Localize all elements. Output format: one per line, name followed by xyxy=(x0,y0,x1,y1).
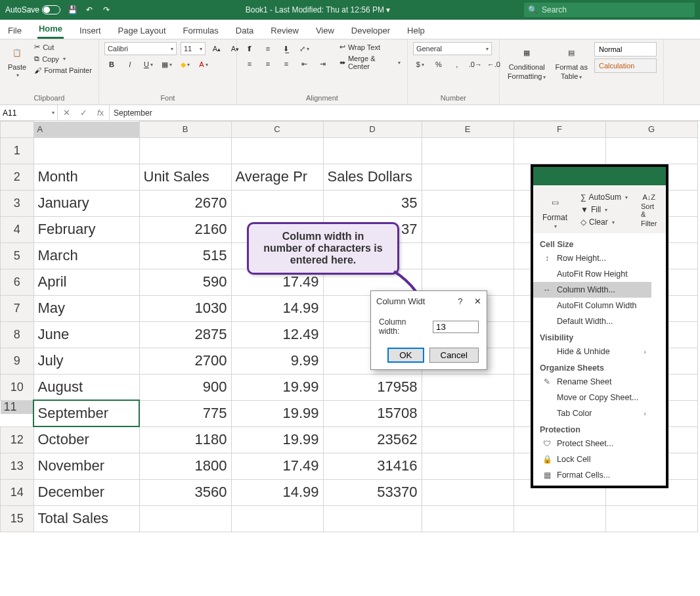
style-normal[interactable]: Normal xyxy=(594,42,657,57)
column-header[interactable]: F xyxy=(514,122,605,138)
italic-button[interactable]: I xyxy=(123,58,137,71)
cell[interactable] xyxy=(422,216,514,242)
cell[interactable]: 590 xyxy=(139,269,231,295)
cell[interactable]: 900 xyxy=(139,374,231,400)
menu-row-height[interactable]: ↕Row Height... xyxy=(533,250,651,266)
cell[interactable]: February xyxy=(33,216,139,242)
number-format-select[interactable]: General▾ xyxy=(413,42,492,55)
cell[interactable]: May xyxy=(33,295,139,321)
column-header[interactable]: C xyxy=(231,122,323,138)
column-header[interactable]: D xyxy=(323,122,422,138)
cancel-formula-icon[interactable]: ✕ xyxy=(58,108,75,118)
search-box[interactable]: 🔍 xyxy=(524,3,695,17)
cell[interactable]: 775 xyxy=(139,400,231,426)
cell[interactable]: Total Sales xyxy=(33,505,139,532)
cell[interactable]: 14.99 xyxy=(231,479,323,505)
align-top-icon[interactable]: ⬆̄ xyxy=(242,42,257,55)
menu-column-width[interactable]: ↔Column Width... xyxy=(533,282,651,298)
cell[interactable] xyxy=(323,137,422,164)
sort-filter-button[interactable]: A↓Z Sort & Filter xyxy=(638,192,659,229)
select-all-corner[interactable] xyxy=(1,122,34,138)
cell[interactable]: 1800 xyxy=(139,453,231,479)
column-header[interactable]: E xyxy=(422,122,514,138)
bold-button[interactable]: B xyxy=(104,58,119,71)
align-bottom-icon[interactable]: ⬇̲ xyxy=(279,42,294,55)
cell[interactable] xyxy=(605,137,697,164)
menu-tab-color[interactable]: Tab Color› xyxy=(533,405,651,421)
cell[interactable]: 2160 xyxy=(139,216,231,242)
cell[interactable]: 19.99 xyxy=(231,426,323,453)
tab-page-layout[interactable]: Page Layout xyxy=(117,22,167,39)
cell[interactable]: 2670 xyxy=(139,190,231,216)
cell[interactable]: 15708 xyxy=(323,400,422,426)
row-header[interactable]: 8 xyxy=(1,321,34,348)
tab-file[interactable]: File xyxy=(7,22,23,39)
tab-view[interactable]: View xyxy=(315,22,336,39)
conditional-formatting-button[interactable]: ▦ Conditional Formatting▾ xyxy=(505,42,549,81)
menu-hide-unhide[interactable]: Hide & Unhide› xyxy=(533,344,651,359)
increase-indent-icon[interactable]: ⇥ xyxy=(316,57,330,70)
column-header[interactable]: A xyxy=(34,122,139,137)
menu-autofit-column[interactable]: AutoFit Column Width xyxy=(533,298,651,313)
cell[interactable] xyxy=(605,505,697,532)
cell[interactable]: 3560 xyxy=(139,479,231,505)
cell[interactable]: July xyxy=(33,348,139,374)
format-button[interactable]: ▭ Format ▾ xyxy=(540,192,570,231)
borders-button[interactable]: ▦▾ xyxy=(160,58,174,71)
autosum-button[interactable]: ∑AutoSum▾ xyxy=(579,192,629,202)
cell[interactable] xyxy=(422,400,514,426)
cell[interactable]: 1180 xyxy=(139,426,231,453)
font-size-select[interactable]: 11▾ xyxy=(181,42,206,55)
save-icon[interactable]: 💾 xyxy=(67,5,77,15)
increase-decimal-icon[interactable]: .0→ xyxy=(468,58,483,71)
align-right-icon[interactable]: ≡ xyxy=(279,57,294,70)
cell[interactable] xyxy=(231,137,323,164)
cell[interactable]: December xyxy=(33,479,139,505)
cell[interactable]: October xyxy=(33,426,139,453)
enter-formula-icon[interactable]: ✓ xyxy=(75,108,92,118)
cell[interactable]: 17.49 xyxy=(231,453,323,479)
cell[interactable]: 1030 xyxy=(139,295,231,321)
row-header[interactable]: 11 xyxy=(1,401,33,414)
cell[interactable]: August xyxy=(33,374,139,400)
merge-center-button[interactable]: ⬌Merge & Center▾ xyxy=(338,54,402,71)
copy-button[interactable]: ⧉Copy▾ xyxy=(33,54,93,64)
cell[interactable] xyxy=(422,374,514,400)
clear-button[interactable]: ◇Clear▾ xyxy=(579,217,629,227)
name-box[interactable]: ▾ xyxy=(0,105,58,120)
cell[interactable]: January xyxy=(33,190,139,216)
tab-help[interactable]: Help xyxy=(406,22,426,39)
cell[interactable]: 515 xyxy=(139,242,231,269)
cell[interactable]: November xyxy=(33,453,139,479)
search-input[interactable] xyxy=(542,5,691,14)
menu-format-cells[interactable]: ▦Format Cells... xyxy=(533,467,651,483)
orientation-icon[interactable]: ⤢▾ xyxy=(297,42,312,55)
cut-button[interactable]: ✂Cut xyxy=(33,42,93,52)
comma-icon[interactable]: , xyxy=(450,58,464,71)
cell[interactable] xyxy=(231,190,323,216)
column-width-input[interactable] xyxy=(433,321,479,333)
cell[interactable] xyxy=(422,505,514,532)
row-header[interactable]: 9 xyxy=(1,348,34,374)
cell[interactable]: 23562 xyxy=(323,426,422,453)
cell[interactable] xyxy=(422,190,514,216)
cell[interactable]: Sales Dollars xyxy=(323,164,422,190)
cell[interactable]: 12.49 xyxy=(231,321,323,348)
row-header[interactable]: 12 xyxy=(1,426,34,453)
decrease-indent-icon[interactable]: ⇤ xyxy=(297,57,312,70)
formula-input[interactable]: September xyxy=(110,105,700,120)
cell[interactable] xyxy=(422,164,514,190)
row-header[interactable]: 15 xyxy=(1,505,34,532)
format-painter-button[interactable]: 🖌Format Painter xyxy=(33,66,93,75)
format-as-table-button[interactable]: ▤ Format as Table▾ xyxy=(552,42,590,81)
row-header[interactable]: 10 xyxy=(1,374,34,400)
tab-review[interactable]: Review xyxy=(269,22,300,39)
cell[interactable]: 2700 xyxy=(139,348,231,374)
cell[interactable]: September xyxy=(33,400,139,426)
cell[interactable]: 2875 xyxy=(139,321,231,348)
row-header[interactable]: 13 xyxy=(1,453,34,479)
fill-button[interactable]: ▼Fill▾ xyxy=(579,204,629,215)
cell[interactable] xyxy=(514,505,605,532)
cell[interactable]: 17958 xyxy=(323,374,422,400)
cell[interactable]: Month xyxy=(33,164,139,190)
